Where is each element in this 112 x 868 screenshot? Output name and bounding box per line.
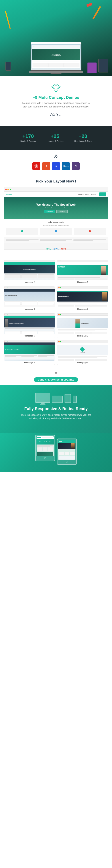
homepage-7-thumb[interactable]: Social Analytics Homepage 7 (57, 313, 108, 338)
hp5-browser-bar (57, 287, 108, 289)
hp9-content (57, 355, 108, 361)
hp6-dot-green (7, 314, 7, 315)
demo-card-2 (40, 227, 72, 235)
hp9-card1 (58, 359, 74, 361)
hp7-line1 (58, 329, 107, 330)
hp3-line2 (58, 277, 100, 278)
ipad-line2 (37, 446, 50, 447)
demo-section-title: Hello, We Are Metrics (6, 221, 106, 223)
demo-nav-publish: Publish (85, 194, 89, 195)
hp6-card1 (5, 331, 21, 334)
browser-dot-red (5, 189, 7, 190)
screen-content: Metrics We MeasureThe Social Web (31, 44, 81, 70)
demo-nav-research: Research (78, 194, 84, 195)
hp5-hero-text-area: Better Data Facts (57, 295, 102, 298)
blocks-section: +170 Blocks & Options +25 Headers & Foot… (0, 126, 112, 150)
hp2-extra-row (4, 279, 55, 280)
ipad-mini-hero: We Measure The Social Web (37, 439, 54, 444)
hp4-dot-red (4, 287, 5, 288)
demo-content-area: Metrics Research Publish Measure Sign Up… (4, 191, 108, 250)
homepage-6-thumb[interactable]: Powerful Appreciation Platform Homepage … (4, 313, 55, 338)
hp6-dot-yellow (6, 314, 6, 315)
ipad-img-block (37, 452, 53, 456)
hp8-image (5, 360, 54, 361)
demo-stat-2: 65% Publish (53, 248, 59, 250)
hp9-header (57, 342, 108, 345)
hp5-dot-yellow (59, 287, 60, 288)
hp6-header (4, 316, 55, 318)
hp6-card3 (38, 331, 54, 334)
bootstrap-badge: B (72, 162, 80, 170)
hp4-preview: Build Recommendation (4, 289, 55, 307)
demo-card-icon-1 (21, 230, 23, 232)
ipad-home-button (44, 457, 46, 459)
devices-showcase-section: We Measure The Social Web (0, 433, 112, 472)
section-title: +9 Multi Concept Demos (4, 95, 108, 100)
hp7-card3 (91, 332, 107, 334)
demo-hero-sub: Analytics & measurement platform (36, 207, 75, 209)
title-suffix: Multi Concept Demos (37, 95, 79, 100)
more-coming-button[interactable]: MORE ARE COMING IN UPDATES (34, 377, 78, 382)
hp9-dot-red (58, 341, 59, 342)
homepage-5-thumb[interactable]: Better Data Facts Homepage 5 (57, 286, 108, 311)
screen-card-1 (32, 63, 48, 67)
ipad-right-person (71, 443, 74, 449)
hp2-dot-green (7, 260, 7, 261)
hp7-hero-title: Social Analytics (81, 323, 89, 324)
hp5-dot-red (58, 287, 59, 288)
hp2-browser-bar (4, 260, 55, 262)
hp9-dot-green (60, 341, 61, 342)
hp6-hero-title: Powerful Appreciation Platform (9, 323, 24, 324)
hp4-hero-title: Build Recommendation (5, 295, 17, 296)
hp4-extra (4, 306, 55, 307)
hp2-label: Homepage 2 (4, 280, 55, 284)
hp6-label: Homepage 6 (4, 334, 55, 338)
ipad-right-img (59, 456, 75, 460)
hp2-card-2 (21, 274, 37, 278)
demo-logo: Metrics (6, 193, 13, 195)
demo-card-icon-2 (55, 230, 57, 232)
hp2-dot-red (4, 260, 5, 261)
hp7-header (57, 316, 108, 318)
homepage-4-thumb[interactable]: Build Recommendation Homepage 4 (4, 286, 55, 311)
hp8-header (4, 342, 55, 345)
headings-label: Headings & P.Titles (74, 140, 92, 143)
hp7-card2 (75, 332, 91, 334)
hp5-line1 (58, 303, 107, 303)
tech-icons-row: A 5 3 jQuery B (4, 162, 108, 170)
homepage-9-thumb[interactable]: Analytics Homepage 9 (57, 340, 108, 365)
demo-gray-section (4, 237, 108, 243)
homepage-3-thumb[interactable]: Better Data Facts & Measure Homepage 3 (57, 260, 108, 284)
hp3-cards-row (58, 279, 107, 280)
screen-browser-bar (31, 42, 81, 44)
homepage-2-thumb[interactable]: We Publish, Measure Homepage 2 (4, 260, 55, 284)
hp8-col2 (21, 355, 37, 358)
screen-card-2 (48, 63, 64, 67)
hp7-hero: Social Analytics (57, 318, 108, 328)
hp8-line6 (38, 356, 47, 357)
hp4-hero-sub-line (5, 297, 17, 297)
blocks-item-25: +25 Headers & Footers (41, 130, 69, 146)
hp5-header (57, 289, 108, 291)
phone-screen (73, 396, 76, 402)
hp6-dot-red (4, 314, 5, 315)
title-accent: + (33, 95, 35, 100)
hp8-line4 (21, 356, 34, 357)
ipad-mini-nav (37, 436, 54, 439)
ipad-nav-line (42, 437, 53, 438)
hp9-hero-content: Analytics (81, 347, 85, 353)
demo-hero-title: We Measure The Social Web (36, 203, 75, 207)
ipad-content (37, 444, 54, 456)
screen-hero: We MeasureThe Social Web (32, 49, 80, 60)
homepage-8-thumb[interactable]: We Measure The Social Web H (4, 340, 55, 365)
hp9-dot-yellow (59, 341, 60, 342)
hp8-dot-red (4, 341, 5, 342)
hp9-preview: Analytics (57, 342, 108, 361)
hp4-card2 (21, 302, 37, 305)
pick-title: Pick Your Layout Now ! (4, 179, 108, 183)
demo-line-6 (73, 240, 93, 241)
device-laptop-icon (52, 396, 63, 403)
hp8-col1 (5, 355, 21, 358)
hp9-line2 (58, 358, 97, 358)
responsive-section: Fully Responsive & Retina Ready There is… (0, 385, 112, 433)
